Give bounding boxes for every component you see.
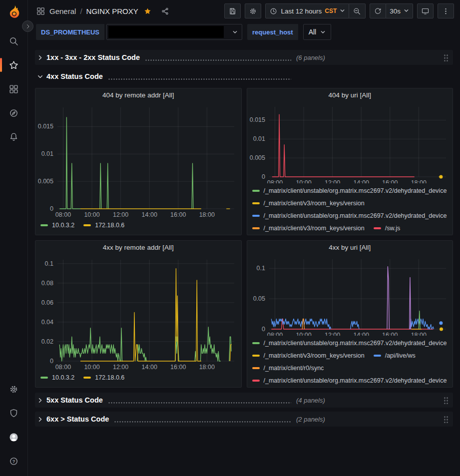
monitor-icon — [421, 7, 430, 15]
row-header-1xx-3xx-2xx[interactable]: 1xx - 3xx - 2xx Status Code (6 panels) — [35, 50, 453, 65]
dashboards-grid-icon — [8, 84, 19, 94]
svg-text:0.005: 0.005 — [249, 154, 265, 161]
row-title: 4xx Status Code — [46, 72, 103, 80]
sidebar-item-search[interactable] — [0, 29, 28, 53]
legend-row: /_matrix/client/unstable/org.matrix.msc2… — [252, 377, 453, 387]
grafana-logo-icon[interactable] — [5, 4, 23, 22]
search-icon — [8, 36, 19, 46]
legend-item[interactable]: /_matrix/client/r0/sync — [252, 365, 324, 372]
panel-title[interactable]: 4xx by uri [All] — [247, 241, 453, 254]
share-icon[interactable] — [161, 7, 169, 15]
legend-swatch-icon — [252, 342, 260, 344]
legend-swatch-icon — [374, 355, 381, 357]
panel-4xx-by-remote-addr: 4xx by remote addr [All] 08:0010:0012:00… — [35, 240, 242, 388]
svg-text:0.02: 0.02 — [41, 338, 53, 345]
legend-row: 10.0.3.2172.18.0.6 — [40, 222, 241, 234]
more-options-button[interactable] — [438, 3, 454, 18]
variable-label[interactable]: request_host — [247, 24, 298, 40]
panel-4xx-by-uri: 4xx by uri [All] 08:0010:0012:0014:0016:… — [247, 240, 454, 388]
legend-item[interactable]: /_matrix/client/unstable/org.matrix.msc2… — [252, 187, 447, 194]
panel-title[interactable]: 4xx by remote addr [All] — [35, 241, 241, 255]
legend-item[interactable]: 10.0.3.2 — [40, 374, 74, 381]
row-drag-handle[interactable] — [444, 416, 448, 423]
row-drag-handle[interactable] — [444, 54, 448, 61]
svg-text:0: 0 — [262, 173, 265, 180]
row-dots — [108, 402, 291, 404]
sidebar-item-explore[interactable] — [0, 101, 28, 125]
breadcrumb-folder[interactable]: General — [49, 7, 76, 15]
time-series-chart[interactable]: 08:0010:0012:0014:0016:0018:0000.0050.01… — [247, 102, 452, 183]
chevron-down-icon — [340, 7, 345, 15]
row-drag-handle[interactable] — [444, 397, 448, 404]
svg-text:18:00: 18:00 — [411, 179, 426, 183]
legend-item[interactable]: /_matrix/client/v3/room_keys/version — [252, 200, 365, 207]
svg-text:0.1: 0.1 — [256, 265, 265, 272]
legend-item[interactable]: /_matrix/client/unstable/org.matrix.msc2… — [252, 340, 447, 347]
timezone-label: CST — [325, 7, 337, 14]
panel-grid-bottom: 4xx by remote addr [All] 08:0010:0012:00… — [35, 240, 453, 388]
row-header-4xx[interactable]: 4xx Status Code — [35, 69, 453, 84]
legend-row: /_matrix/client/v3/room_keys/version/api… — [252, 352, 453, 365]
sidebar-item-profile[interactable] — [0, 425, 28, 449]
legend-item[interactable]: 172.18.0.6 — [83, 222, 124, 229]
legend-label: /_matrix/client/v3/room_keys/version — [264, 352, 365, 359]
time-series-chart[interactable]: 08:0010:0012:0014:0016:0018:0000.0050.01… — [35, 102, 240, 220]
row-header-6xx[interactable]: 6xx > Status Code (2 panels) — [35, 412, 453, 427]
legend-item[interactable]: /_matrix/client/v3/room_keys/version — [252, 352, 365, 359]
svg-text:18:00: 18:00 — [199, 211, 215, 218]
svg-text:08:00: 08:00 — [267, 179, 282, 183]
svg-text:14:00: 14:00 — [353, 179, 369, 183]
svg-text:16:00: 16:00 — [170, 211, 186, 218]
legend-item[interactable]: 172.18.0.6 — [83, 374, 124, 381]
sidebar-item-dashboards[interactable] — [0, 77, 28, 101]
panel-title[interactable]: 404 by uri [All] — [247, 88, 453, 102]
legend-swatch-icon — [252, 202, 260, 204]
sidebar-item-help[interactable]: ? — [0, 449, 28, 473]
svg-text:12:00: 12:00 — [113, 364, 128, 371]
save-dashboard-button[interactable] — [224, 3, 241, 18]
svg-text:10:00: 10:00 — [296, 332, 311, 336]
legend-swatch-icon — [252, 355, 260, 357]
sidebar-item-alerting[interactable] — [0, 125, 28, 149]
legend-item[interactable]: /_matrix/client/unstable/org.matrix.msc2… — [252, 377, 447, 384]
row-header-5xx[interactable]: 5xx Status Code (4 panels) — [35, 393, 453, 408]
chevron-down-icon — [404, 7, 409, 15]
legend-label: 10.0.3.2 — [52, 222, 74, 229]
time-range-picker[interactable]: Last 12 hours CST — [265, 3, 349, 18]
legend-label: 10.0.3.2 — [52, 374, 74, 381]
svg-text:18:00: 18:00 — [411, 332, 426, 336]
legend-item[interactable]: 10.0.3.2 — [40, 222, 74, 229]
sidebar: ? — [0, 0, 28, 476]
panel-title[interactable]: 404 by remote addr [All] — [35, 88, 241, 102]
variable-value-dropdown[interactable] — [106, 24, 242, 40]
sidebar-item-admin[interactable] — [0, 401, 28, 425]
kiosk-mode-button[interactable] — [417, 3, 434, 18]
refresh-interval-label: 30s — [390, 7, 401, 15]
refresh-button[interactable] — [370, 3, 386, 18]
refresh-interval-picker[interactable]: 30s — [386, 3, 413, 18]
legend-label: /_matrix/client/unstable/org.matrix.msc2… — [264, 340, 447, 347]
svg-text:16:00: 16:00 — [382, 179, 398, 183]
variable-label[interactable]: DS_PROMETHEUS — [36, 24, 104, 40]
legend-item[interactable]: /_matrix/client/unstable/org.matrix.msc2… — [252, 212, 447, 219]
favorite-star-icon[interactable] — [143, 7, 152, 15]
gear-icon — [8, 384, 19, 395]
legend-item[interactable]: /_matrix/client/v3/room_keys/version — [252, 225, 365, 232]
variable-request-host: request_host — [247, 24, 298, 40]
panel-grid-top: 404 by remote addr [All] 08:0010:0012:00… — [35, 88, 453, 235]
sidebar-expand-button[interactable] — [22, 20, 33, 32]
time-series-chart[interactable]: 08:0010:0012:0014:0016:0018:0000.020.040… — [35, 255, 240, 372]
legend-item[interactable]: /sw.js — [374, 225, 401, 232]
time-picker-group: Last 12 hours CST — [265, 3, 366, 18]
sidebar-item-settings[interactable] — [0, 377, 28, 401]
row-dots — [108, 78, 291, 80]
zoom-out-time-button[interactable] — [349, 3, 366, 18]
legend-item[interactable]: /api/live/ws — [374, 352, 416, 359]
time-series-chart[interactable]: 08:0010:0012:0014:0016:0018:0000.050.1 — [247, 254, 452, 336]
dashboard-settings-button[interactable] — [245, 3, 261, 18]
request-host-value-dropdown[interactable]: All — [303, 24, 332, 40]
apps-grid-icon[interactable] — [36, 6, 45, 16]
svg-text:0.01: 0.01 — [41, 150, 53, 157]
legend-label: /_matrix/client/v3/room_keys/version — [264, 200, 365, 207]
sidebar-item-starred[interactable] — [0, 53, 28, 77]
